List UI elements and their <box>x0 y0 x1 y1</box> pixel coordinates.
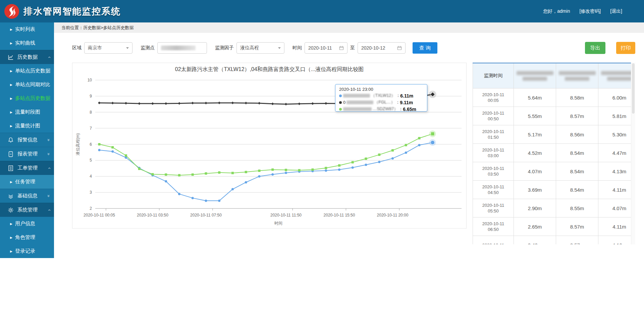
sidebar-item[interactable]: 基础信息» <box>0 189 54 203</box>
sidebar-item-label: 工单管理 <box>17 165 38 171</box>
sidebar-item[interactable]: ▶角色管理 <box>0 231 54 244</box>
value-cell: 8.54m <box>556 144 598 162</box>
sidebar-item[interactable]: ▶实时列表 <box>0 22 54 36</box>
value-cell: 8.54m <box>556 181 598 199</box>
sidebar-item[interactable]: 历史数据› <box>0 50 54 64</box>
tooltip-time: 2020-10-11 23:00 <box>339 87 423 92</box>
tooltip-label-prefix: 0 <box>343 100 345 105</box>
value-cell: 4.07m <box>514 162 556 181</box>
triangle-icon: ▶ <box>10 124 12 128</box>
sidebar-item[interactable]: ▶多站点历史数据 <box>0 91 54 105</box>
layers-icon <box>7 193 14 199</box>
series-dot-icon <box>339 95 342 97</box>
sidebar-item-label: 角色管理 <box>15 234 35 241</box>
value-cell: 8.55m <box>556 199 598 217</box>
series-dot-icon <box>339 101 342 104</box>
value-cell: 4.13m <box>598 162 636 181</box>
triangle-icon: ▶ <box>10 250 12 253</box>
sidebar-item[interactable]: ▶流量时段图 <box>0 105 54 119</box>
gear-icon <box>7 207 14 213</box>
print-button[interactable]: 打印 <box>616 42 635 54</box>
date-from-input[interactable]: 2020-10-11 <box>305 42 347 54</box>
value-cell: 6.00m <box>598 88 636 107</box>
export-button[interactable]: 导出 <box>585 42 605 54</box>
value-cell: 5.17m <box>514 125 556 144</box>
monitor-time-cell: 2020-10-1105:50 <box>473 199 514 217</box>
sidebar-item-label: 任务管理 <box>15 179 35 185</box>
monitor-time-cell: 2020-10-11 <box>473 236 514 245</box>
value-cell: 5.55m <box>514 107 556 125</box>
calendar-icon <box>339 46 344 50</box>
chevron-down-icon <box>126 47 129 49</box>
value-cell: 5.30m <box>598 125 636 144</box>
tooltip-separator: ： <box>396 100 400 105</box>
tooltip-label-fragment: …SDZW87） <box>373 106 398 112</box>
svg-text:液位高程(m): 液位高程(m) <box>75 133 80 156</box>
value-cell: 8.58m <box>556 88 598 107</box>
table-scrollbar[interactable] <box>631 63 635 244</box>
sidebar-item[interactable]: ▶实时曲线 <box>0 36 54 50</box>
sidebar-item[interactable]: 报表管理» <box>0 147 54 161</box>
sidebar-item[interactable]: ▶单站点历史数据 <box>0 64 54 78</box>
change-password-link[interactable]: [修改密码] <box>579 8 601 14</box>
sidebar-item[interactable]: ▶登录记录 <box>0 244 54 258</box>
value-cell: 4.47m <box>598 144 636 162</box>
tooltip-series-row: 0（FGL…）：9.11m <box>339 100 423 105</box>
table-row: 2020-10-1100:505.55m8.57m5.81m <box>473 107 636 125</box>
sidebar-item-label: 历史数据 <box>17 54 38 60</box>
date-to-value: 2020-10-12 <box>361 45 385 51</box>
chevron-down-icon: » <box>46 195 51 197</box>
factor-select[interactable]: 液位高程 <box>236 42 284 54</box>
svg-text:6: 6 <box>90 142 92 147</box>
factor-label: 监测因子 <box>215 45 234 51</box>
time-column-header: 监测时间 <box>473 63 514 88</box>
sidebar-item-label: 流量时段图 <box>15 109 40 115</box>
triangle-icon: ▶ <box>10 111 12 114</box>
sidebar-item-label: 登录记录 <box>15 248 35 254</box>
region-filter-group: 区域 南京市 <box>72 42 132 54</box>
sidebar-item[interactable]: 系统管理› <box>0 203 54 217</box>
chevron-down-icon: » <box>46 153 51 155</box>
chart-icon <box>7 54 14 61</box>
svg-text:8: 8 <box>90 110 92 115</box>
app-header: 排水管网智能监控系统 您好，admin [修改密码] [退出] <box>0 0 644 22</box>
logout-link[interactable]: [退出] <box>610 8 622 14</box>
chevron-up-icon: › <box>47 167 52 169</box>
sidebar-item-label: 流量统计图 <box>15 123 40 129</box>
svg-text:2: 2 <box>90 206 92 211</box>
table-row: 2020-10-1100:055.64m8.58m6.00m <box>473 88 636 107</box>
action-buttons: 导出 打印 <box>585 42 635 54</box>
table-row: 2020-10-113.43m8.57m4.10m <box>473 236 636 245</box>
table-row: 2020-10-1104:503.69m8.54m4.11m <box>473 181 636 199</box>
time-label: 时间 <box>292 45 302 51</box>
monitor-time-cell: 2020-10-1103:00 <box>473 144 514 162</box>
sidebar-item[interactable]: 工单管理› <box>0 161 54 175</box>
chevron-down-icon: » <box>46 139 51 141</box>
redacted-series-name <box>346 101 373 104</box>
query-button[interactable]: 查 询 <box>413 42 437 54</box>
report-icon <box>7 151 14 158</box>
factor-filter-group: 监测因子 液位高程 <box>215 42 284 54</box>
triangle-icon: ▶ <box>10 180 12 184</box>
bell-icon <box>7 137 14 143</box>
chevron-up-icon: › <box>47 209 52 211</box>
region-select[interactable]: 南京市 <box>84 42 132 54</box>
sidebar-item-label: 系统管理 <box>17 207 38 213</box>
scrollbar-thumb[interactable] <box>632 63 635 114</box>
sidebar-item[interactable]: ▶用户信息 <box>0 217 54 231</box>
sidebar-item[interactable]: ▶流量统计图 <box>0 119 54 133</box>
redacted-text <box>517 71 553 75</box>
sidebar-item-label: 报警信息 <box>17 137 38 143</box>
value-cell: 8.57m <box>556 217 598 236</box>
sidebar-item[interactable]: ▶单站点同期对比 <box>0 78 54 91</box>
sidebar-item-label: 报表管理 <box>17 151 38 157</box>
svg-text:2020-10-11 15:50: 2020-10-11 15:50 <box>324 213 355 217</box>
sidebar-item-label: 实时列表 <box>15 26 35 33</box>
tooltip-label-fragment: （TXLW12） <box>371 93 395 99</box>
sidebar-item[interactable]: 报警信息» <box>0 133 54 147</box>
app-title: 排水管网智能监控系统 <box>23 5 121 17</box>
date-to-input[interactable]: 2020-10-12 <box>358 42 406 54</box>
app-root: 排水管网智能监控系统 您好，admin [修改密码] [退出] ▶实时列表▶实时… <box>0 0 644 311</box>
sidebar-item[interactable]: ▶任务管理 <box>0 175 54 189</box>
station-input[interactable] <box>157 42 207 54</box>
